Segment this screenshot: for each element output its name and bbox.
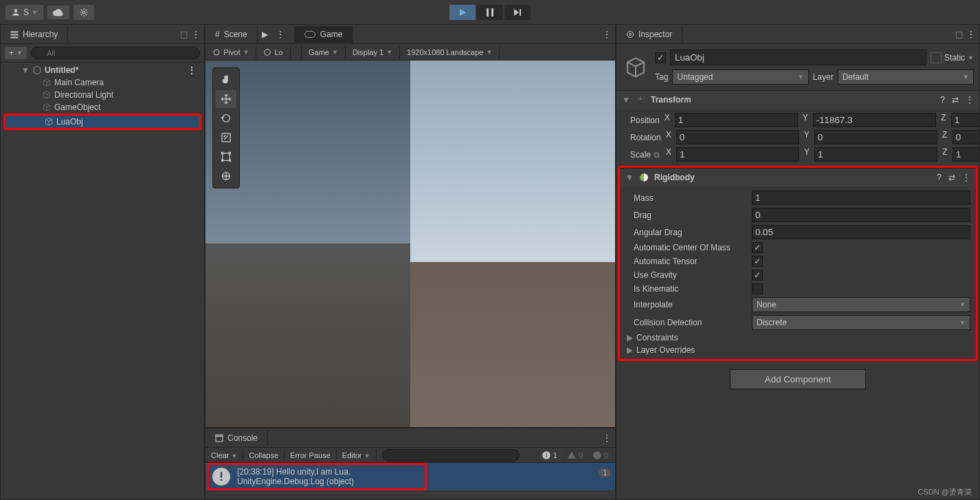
add-component-button[interactable]: Add Component (730, 369, 866, 389)
lock-icon[interactable]: ⬚ (955, 30, 963, 39)
static-checkbox[interactable] (931, 52, 942, 63)
local-button[interactable]: Lo (256, 46, 290, 58)
component-menu-icon[interactable]: ⋮ (966, 95, 974, 105)
step-button[interactable] (504, 5, 531, 20)
hierarchy-item-gameobject[interactable]: GameObject (1, 101, 204, 113)
hierarchy-item-directional-light[interactable]: Directional Light (1, 89, 204, 101)
scale-z-input[interactable] (953, 147, 979, 162)
scene-view[interactable] (205, 61, 410, 427)
panel-menu-icon[interactable]: ⋮ (603, 30, 611, 39)
link-icon[interactable]: ⧉ (654, 150, 660, 160)
warn-count-badge[interactable]: 0 (563, 449, 587, 461)
hierarchy-item-main-camera[interactable]: Main Camera (1, 76, 204, 89)
create-button[interactable]: + ▼ (5, 47, 27, 59)
pause-button[interactable] (477, 5, 503, 20)
play-button[interactable] (449, 5, 476, 20)
gravity-checkbox[interactable]: ✓ (752, 270, 763, 281)
panel-menu-icon[interactable]: ⋮ (192, 30, 200, 39)
svg-point-12 (221, 152, 223, 154)
cloud-icon (53, 8, 64, 17)
error-count-badge[interactable]: 0 (588, 449, 612, 461)
position-x-input[interactable] (675, 113, 798, 127)
scale-y-input[interactable] (814, 147, 937, 162)
enabled-checkbox[interactable]: ✓ (655, 52, 666, 63)
game-view[interactable] (410, 61, 615, 427)
collision-dropdown[interactable]: Discrete▼ (752, 315, 970, 330)
svg-rect-8 (304, 31, 315, 37)
panel-menu-icon[interactable]: ⋮ (967, 30, 975, 39)
drag-input[interactable] (752, 208, 970, 222)
rect-tool[interactable] (216, 148, 236, 166)
settings-button[interactable] (74, 5, 94, 20)
scale-tool[interactable] (216, 129, 236, 146)
user-icon (11, 8, 21, 17)
pivot-button[interactable]: Pivot▼ (205, 46, 256, 58)
scene-root[interactable]: ▼ Untitled* ⋮ (1, 64, 204, 76)
tag-dropdown[interactable]: Untagged▼ (672, 69, 808, 85)
kinematic-checkbox[interactable] (752, 283, 763, 294)
rigidbody-header[interactable]: ▼ Rigidbody ? ⇄ ⋮ (620, 168, 976, 186)
fold-icon[interactable]: ▼ (622, 95, 630, 105)
hierarchy-search-input[interactable] (31, 47, 200, 59)
preset-icon[interactable]: ⇄ (952, 95, 959, 105)
editor-dropdown[interactable]: Editor ▼ (337, 449, 377, 461)
object-name-input[interactable] (670, 50, 926, 65)
fold-icon[interactable]: ▼ (21, 65, 30, 75)
constraints-row[interactable]: ▶Constraints (625, 331, 970, 344)
hand-tool[interactable] (216, 71, 236, 89)
static-dropdown-icon[interactable]: ▼ (968, 54, 974, 61)
panel-menu-icon[interactable]: ⋮ (603, 433, 611, 443)
error-pause-button[interactable]: Error Pause (285, 449, 337, 461)
rotation-x-input[interactable] (676, 130, 799, 144)
game-tab-label: Game (320, 30, 343, 39)
overrides-row[interactable]: ▶Layer Overrides (625, 344, 970, 356)
rotate-tool[interactable] (216, 109, 236, 127)
help-icon[interactable]: ? (937, 173, 942, 182)
static-label: Static (944, 53, 965, 63)
scene-nav-icon[interactable]: ▶ (258, 30, 272, 39)
component-menu-icon[interactable]: ⋮ (962, 173, 970, 182)
acom-checkbox[interactable]: ✓ (752, 242, 763, 253)
scene-icon: # (215, 30, 220, 39)
hierarchy-item-luaobj[interactable]: LuaObj (5, 116, 199, 128)
scene-menu-icon[interactable]: ⋮ (272, 30, 289, 39)
angular-drag-input[interactable] (752, 225, 970, 239)
info-count-badge[interactable]: ! 1 (537, 449, 561, 461)
rotation-y-input[interactable] (814, 130, 937, 144)
display-dropdown[interactable]: Display 1 ▼ (346, 46, 400, 58)
scale-x-input[interactable] (676, 147, 799, 162)
scene-menu-icon[interactable]: ⋮ (188, 65, 201, 75)
object-icon[interactable] (622, 54, 649, 81)
move-tool[interactable] (216, 90, 236, 108)
console-search-input[interactable] (382, 449, 520, 461)
game-tab[interactable]: Game (294, 26, 353, 43)
game-mode-dropdown[interactable]: Game ▼ (302, 46, 346, 58)
console-log-entry[interactable]: ! [20:38:19] Hello unity,I am Lua. Unity… (205, 463, 615, 490)
help-icon[interactable]: ? (940, 95, 945, 105)
gear-icon (79, 8, 89, 17)
resolution-dropdown[interactable]: 1920x1080 Landscape ▼ (400, 46, 500, 58)
angular-drag-label: Angular Drag (625, 228, 749, 237)
fold-icon[interactable]: ▼ (625, 173, 634, 182)
svg-rect-7 (11, 37, 18, 38)
position-z-input[interactable] (951, 113, 979, 127)
transform-header[interactable]: ▼ Transform ? ⇄ ⋮ (616, 90, 979, 109)
scene-tab[interactable]: # Scene (205, 26, 258, 43)
lock-icon[interactable]: ⬚ (180, 30, 188, 39)
inspector-tab[interactable]: Inspector (616, 26, 682, 43)
rotation-z-input[interactable] (953, 130, 979, 144)
position-y-input[interactable] (813, 113, 936, 127)
transform-tool[interactable] (216, 167, 236, 185)
clear-button[interactable]: Clear ▼ (205, 449, 243, 461)
preset-icon[interactable]: ⇄ (948, 173, 955, 182)
cloud-button[interactable] (47, 6, 69, 19)
mass-input[interactable] (752, 191, 970, 205)
account-button[interactable]: S ▼ (5, 5, 43, 20)
rect-icon (221, 151, 232, 162)
atensor-checkbox[interactable]: ✓ (752, 256, 763, 267)
collapse-button[interactable]: Collapse (243, 449, 285, 461)
hierarchy-tab[interactable]: Hierarchy (1, 26, 68, 43)
interpolate-dropdown[interactable]: None▼ (752, 297, 970, 312)
layer-dropdown[interactable]: Default▼ (838, 69, 974, 85)
console-tab[interactable]: Console (205, 430, 268, 446)
